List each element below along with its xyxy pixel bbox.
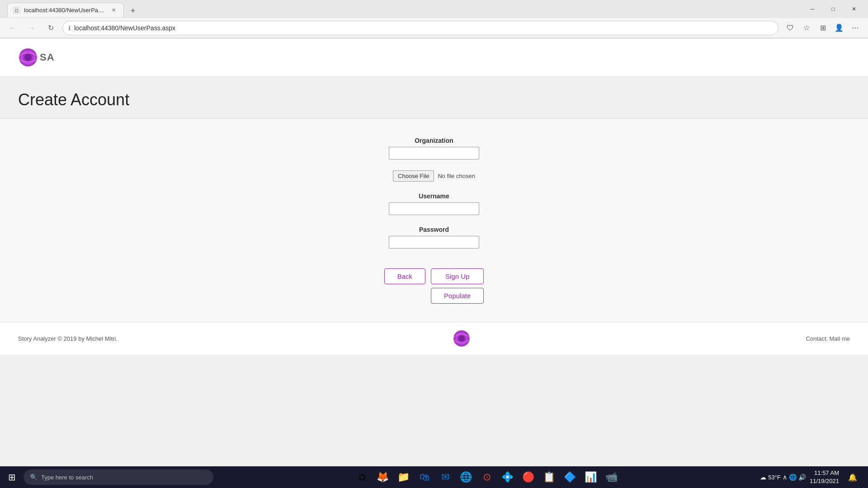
mail-icon[interactable]: ✉: [435, 467, 455, 487]
favorites-icon[interactable]: ☆: [799, 21, 814, 35]
app9-icon[interactable]: 📋: [539, 467, 559, 487]
taskbar-search-icon: 🔍: [30, 474, 38, 481]
password-input[interactable]: [389, 236, 479, 249]
notification-button[interactable]: 🔔: [843, 467, 863, 487]
footer-contact: Contact: Mail me: [806, 335, 850, 342]
footer-copyright: Story Analyzer © 2019 by Michel Mitri.: [18, 335, 118, 342]
app10-icon[interactable]: 🔷: [560, 467, 580, 487]
edge-icon[interactable]: 🌐: [456, 467, 476, 487]
firefox-icon[interactable]: 🦊: [373, 467, 393, 487]
store-icon[interactable]: 🛍: [415, 467, 434, 487]
svg-text:🗋: 🗋: [14, 8, 19, 13]
taskbar-right: ☁ 53°F ∧ 🌐 🔊 11:57 AM 11/19/2021 🔔: [760, 467, 866, 487]
start-button[interactable]: ⊞: [2, 467, 22, 487]
browser-tab[interactable]: 🗋 localhost:44380/NewUserPass.as... ✕: [7, 3, 124, 17]
taskbar-search-placeholder: Type here to search: [41, 474, 93, 481]
url-bar[interactable]: ℹ localhost:44380/NewUserPass.aspx: [62, 21, 778, 35]
taskbar-app-icons: ⧉ 🦊 📁 🛍 ✉ 🌐 ⊙ 💠 🔴 📋 🔷 📊 📹: [215, 467, 758, 487]
file-explorer-icon[interactable]: 📁: [394, 467, 414, 487]
chrome-icon[interactable]: ⊙: [477, 467, 497, 487]
main-content: Create Account Organization Choose File …: [0, 77, 868, 322]
organization-input[interactable]: [389, 147, 479, 160]
right-buttons: Sign Up Populate: [431, 268, 484, 304]
weather-icon: ☁: [760, 474, 766, 481]
app8-icon[interactable]: 🔴: [519, 467, 538, 487]
refresh-button[interactable]: ↻: [43, 21, 58, 35]
taskview-button[interactable]: ⧉: [352, 467, 372, 487]
network-icon[interactable]: 🌐: [789, 474, 797, 481]
chevron-icon[interactable]: ∧: [783, 474, 787, 481]
app11-icon[interactable]: 📊: [581, 467, 601, 487]
page-wrapper: SA Create Account Organization Choose Fi…: [0, 38, 868, 355]
tab-favicon-icon: 🗋: [13, 7, 20, 14]
vs-icon[interactable]: 💠: [498, 467, 518, 487]
back-button[interactable]: Back: [384, 268, 425, 284]
more-icon[interactable]: ⋯: [848, 21, 863, 35]
logo-icon: [18, 47, 38, 67]
username-input[interactable]: [389, 202, 479, 215]
collections-icon[interactable]: ⊞: [816, 21, 830, 35]
close-button[interactable]: ✕: [844, 2, 864, 16]
shield-icon[interactable]: 🛡: [783, 21, 797, 35]
new-tab-button[interactable]: +: [126, 5, 140, 17]
volume-icon[interactable]: 🔊: [798, 474, 806, 481]
choose-file-button[interactable]: Choose File: [393, 170, 434, 182]
address-bar: ← → ↻ ℹ localhost:44380/NewUserPass.aspx…: [0, 18, 868, 38]
system-tray: ☁ 53°F ∧ 🌐 🔊: [760, 474, 806, 481]
zoom-icon[interactable]: 📹: [602, 467, 622, 487]
back-button[interactable]: ←: [5, 21, 20, 35]
taskbar: ⊞ 🔍 Type here to search ⧉ 🦊 📁 🛍 ✉ 🌐 ⊙ 💠 …: [0, 466, 868, 488]
populate-button[interactable]: Populate: [431, 288, 484, 304]
site-header: SA: [0, 38, 868, 77]
taskbar-search[interactable]: 🔍 Type here to search: [24, 469, 213, 485]
password-group: Password: [18, 226, 850, 249]
profile-icon[interactable]: 👤: [832, 21, 846, 35]
username-label: Username: [419, 192, 449, 200]
organization-label: Organization: [415, 137, 453, 144]
clock-date: 11/19/2021: [810, 477, 839, 485]
page-title-bar: Create Account: [0, 77, 868, 119]
form-section: Organization Choose File No file chosen …: [0, 119, 868, 322]
title-bar: 🗋 localhost:44380/NewUserPass.as... ✕ + …: [0, 0, 868, 18]
logo-text: SA: [40, 52, 55, 63]
taskbar-clock: 11:57 AM 11/19/2021: [810, 469, 839, 485]
tab-close-button[interactable]: ✕: [109, 6, 118, 15]
minimize-button[interactable]: ─: [802, 2, 823, 16]
logo-area: SA: [18, 47, 850, 67]
file-input-area: Choose File No file chosen: [393, 170, 475, 182]
footer-logo-icon: [453, 329, 471, 347]
window-controls: ─ □ ✕: [802, 2, 864, 16]
windows-icon: ⊞: [8, 472, 16, 483]
page-title: Create Account: [18, 90, 850, 109]
tab-title: localhost:44380/NewUserPass.as...: [24, 7, 105, 14]
site-footer: Story Analyzer © 2019 by Michel Mitri. C…: [0, 322, 868, 355]
browser-chrome: 🗋 localhost:44380/NewUserPass.as... ✕ + …: [0, 0, 868, 38]
svg-point-8: [458, 335, 465, 342]
organization-group: Organization: [18, 137, 850, 160]
url-text: localhost:44380/NewUserPass.aspx: [74, 24, 773, 32]
maximize-button[interactable]: □: [823, 2, 844, 16]
svg-point-4: [24, 54, 32, 61]
no-file-text: No file chosen: [438, 173, 475, 179]
password-label: Password: [419, 226, 449, 233]
browser-toolbar-icons: 🛡 ☆ ⊞ 👤 ⋯: [783, 21, 863, 35]
username-group: Username: [18, 192, 850, 215]
clock-time: 11:57 AM: [810, 469, 839, 477]
signup-button[interactable]: Sign Up: [431, 268, 484, 284]
forward-button[interactable]: →: [24, 21, 39, 35]
button-row: Back Sign Up Populate: [384, 268, 484, 304]
temperature-text: 53°F: [768, 474, 781, 481]
